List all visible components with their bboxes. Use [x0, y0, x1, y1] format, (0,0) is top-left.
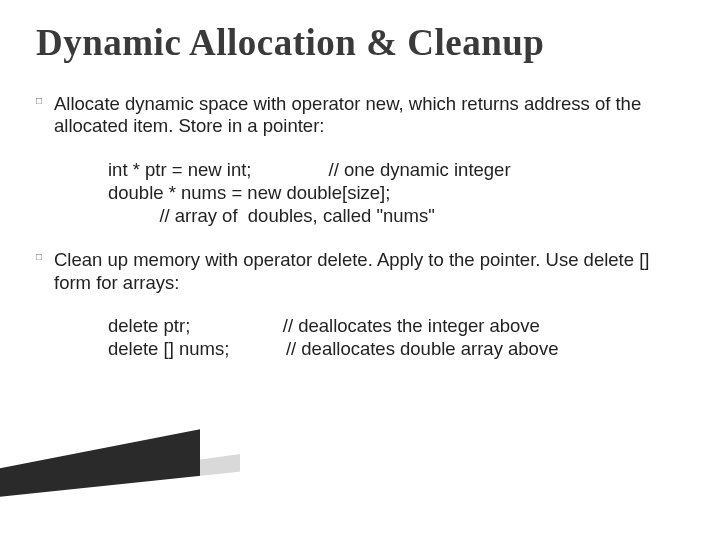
- code-line: int * ptr = new int; // one dynamic inte…: [108, 158, 684, 181]
- code-block: delete ptr; // deallocates the integer a…: [108, 314, 684, 360]
- slide-content: Allocate dynamic space with operator new…: [36, 93, 684, 361]
- code-line: delete ptr; // deallocates the integer a…: [108, 314, 684, 337]
- code-block: int * ptr = new int; // one dynamic inte…: [108, 158, 684, 227]
- bullet-text: Allocate dynamic space with operator new…: [54, 93, 684, 138]
- bullet-item: Clean up memory with operator delete. Ap…: [54, 249, 684, 360]
- bullet-text: Clean up memory with operator delete. Ap…: [54, 249, 684, 294]
- code-line: double * nums = new double[size];: [108, 181, 684, 204]
- bullet-item: Allocate dynamic space with operator new…: [54, 93, 684, 228]
- slide: Dynamic Allocation & Cleanup Allocate dy…: [0, 0, 720, 540]
- code-line: delete [] nums; // deallocates double ar…: [108, 337, 684, 360]
- slide-title: Dynamic Allocation & Cleanup: [36, 22, 684, 65]
- code-line: // array of doubles, called "nums": [108, 204, 684, 227]
